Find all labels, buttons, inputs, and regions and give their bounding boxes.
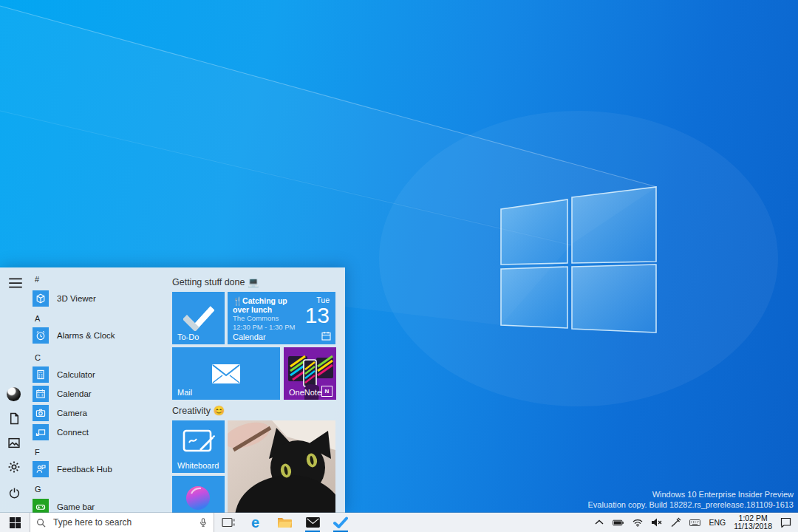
tile-label: To-Do: [177, 332, 199, 341]
app-label: 3D Viewer: [57, 294, 96, 303]
app-item-feedback-hub[interactable]: Feedback Hub: [33, 460, 112, 478]
start-button[interactable]: [0, 513, 30, 532]
documents-icon[interactable]: [8, 412, 21, 425]
tile-todo[interactable]: To-Do: [172, 292, 225, 344]
app-item-game-bar[interactable]: Game bar: [33, 498, 95, 513]
connect-icon: [33, 424, 49, 440]
tile-label: Calendar: [233, 332, 266, 341]
windows-logo-icon: [10, 517, 21, 528]
battery-icon[interactable]: [613, 518, 624, 528]
action-center-icon[interactable]: [780, 518, 791, 528]
settings-gear-icon[interactable]: [7, 460, 21, 474]
app-label: Game bar: [57, 502, 95, 511]
app-label: Feedback Hub: [57, 465, 112, 474]
app-group-header[interactable]: #: [35, 275, 39, 284]
app-label: Calculator: [57, 370, 95, 379]
tile-label: Mail: [177, 388, 192, 397]
3d-cube-icon: [33, 290, 49, 307]
taskbar-search[interactable]: [30, 513, 214, 532]
app-group-header[interactable]: G: [35, 485, 41, 494]
folder-icon: [277, 516, 292, 528]
clock-date: 11/13/2018: [734, 522, 772, 531]
user-avatar[interactable]: [7, 387, 21, 401]
tile-label: Whiteboard: [177, 461, 219, 470]
edge-button[interactable]: e: [242, 513, 270, 532]
taskbar-clock[interactable]: 1:02 PM 11/13/2018: [734, 514, 772, 531]
task-view-icon: [222, 517, 235, 528]
app-item-camera[interactable]: Camera: [33, 404, 87, 422]
onenote-badge-icon: N: [321, 386, 332, 397]
task-view-button[interactable]: [214, 513, 242, 532]
usb-icon[interactable]: [670, 518, 681, 528]
cat-photo: [228, 420, 335, 513]
balloon-gradient-icon: [172, 476, 225, 513]
tile-onenote[interactable]: OneNote N: [284, 347, 336, 400]
edge-icon: e: [248, 514, 265, 531]
hamburger-menu-icon[interactable]: [8, 276, 23, 290]
network-wifi-icon[interactable]: [632, 518, 643, 528]
app-label: Alarms & Clock: [57, 331, 115, 340]
app-label: Camera: [57, 409, 87, 417]
app-item-calculator[interactable]: Calculator: [33, 366, 95, 383]
search-input[interactable]: [52, 516, 193, 528]
tile-calendar[interactable]: 🍴Catching up over lunch The Commons 12:3…: [228, 292, 335, 344]
calendar-day-number: 13: [305, 304, 330, 327]
alarm-clock-icon: [33, 327, 49, 344]
app-label: Connect: [57, 428, 89, 437]
svg-text:e: e: [251, 514, 259, 531]
app-item-calendar[interactable]: Calendar: [33, 385, 92, 403]
pictures-icon[interactable]: [7, 437, 21, 449]
mail-icon: [306, 517, 320, 528]
start-menu: # 3D Viewer A Alarms & Clock C Calculato…: [0, 267, 345, 513]
chevron-up-icon[interactable]: [593, 518, 604, 528]
touch-keyboard-icon[interactable]: [689, 518, 700, 528]
calendar-event-title: 🍴Catching up over lunch: [233, 296, 304, 314]
gamepad-icon: [33, 499, 49, 513]
language-indicator[interactable]: ENG: [709, 518, 726, 527]
app-group-header[interactable]: C: [35, 353, 41, 362]
tile-group-label[interactable]: Getting stuff done 💻: [172, 276, 259, 287]
tile-photos-cat[interactable]: [228, 420, 335, 513]
tile-group-label[interactable]: Creativity 😊: [172, 405, 225, 416]
app-label: Calendar: [57, 389, 92, 398]
app-item-connect[interactable]: Connect: [33, 423, 89, 441]
todo-check-icon: [333, 516, 348, 528]
app-item-alarms-clock[interactable]: Alarms & Clock: [33, 327, 115, 344]
app-group-header[interactable]: F: [35, 448, 40, 457]
tile-partial-balloon[interactable]: [172, 476, 225, 513]
power-icon[interactable]: [8, 487, 21, 499]
desktop: Windows 10 Enterprise Insider Preview Ev…: [0, 0, 798, 532]
tile-label: OneNote: [289, 388, 321, 397]
app-item-3d-viewer[interactable]: 3D Viewer: [33, 290, 96, 307]
taskbar: e: [0, 513, 798, 532]
calculator-icon: [33, 366, 49, 383]
tile-mail[interactable]: Mail: [172, 347, 280, 400]
insider-watermark: Windows 10 Enterprise Insider Preview Ev…: [588, 489, 794, 510]
search-icon: [36, 518, 46, 528]
volume-muted-icon[interactable]: [651, 518, 662, 528]
calendar-glyph-icon: [321, 331, 331, 341]
app-group-header[interactable]: A: [35, 314, 40, 323]
feedback-person-icon: [33, 461, 49, 477]
watermark-line2: Evaluation copy. Build 18282.rs_prerelea…: [588, 499, 794, 510]
calendar-icon: [33, 386, 49, 402]
watermark-line1: Windows 10 Enterprise Insider Preview: [588, 489, 794, 499]
system-tray: ENG 1:02 PM 11/13/2018: [593, 513, 798, 532]
microphone-icon[interactable]: [199, 517, 208, 528]
camera-icon: [33, 405, 49, 421]
whiteboard-pen-icon: [172, 420, 225, 464]
mail-button[interactable]: [299, 513, 327, 532]
todo-button[interactable]: [327, 513, 355, 532]
file-explorer-button[interactable]: [270, 513, 299, 532]
tile-whiteboard[interactable]: Whiteboard: [172, 420, 225, 473]
